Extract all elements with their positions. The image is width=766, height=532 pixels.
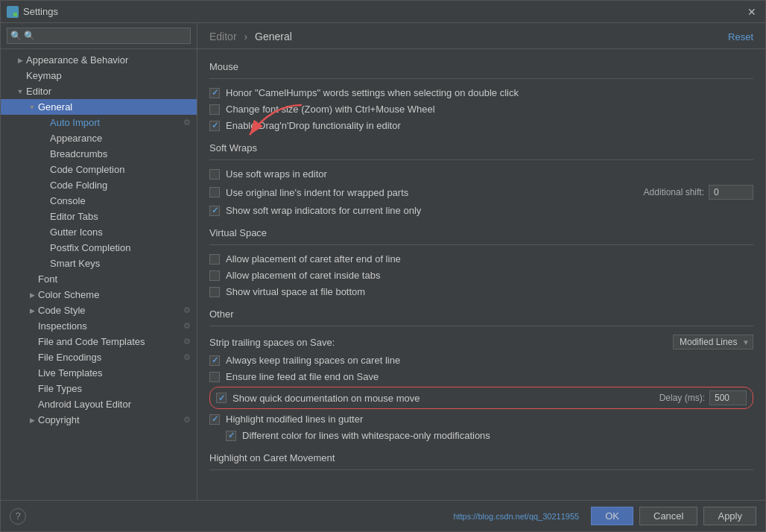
strip-trailing-row: Strip trailing spaces on Save: Modified …	[209, 334, 753, 350]
sidebar-item-appearance[interactable]: Appearance	[1, 130, 197, 146]
sidebar-item-smart-keys[interactable]: Smart Keys	[1, 256, 197, 271]
option-always-keep-trailing: Always keep trailing spaces on caret lin…	[209, 354, 753, 367]
additional-shift-input[interactable]	[709, 185, 753, 200]
main-content: 🔍 ▶ Appearance & Behavior Keymap ▼	[1, 23, 765, 500]
right-panel: Editor › General Reset Mouse Honor "Came…	[197, 23, 765, 500]
option-label: Allow placement of caret after end of li…	[226, 253, 401, 265]
expand-icon	[28, 400, 37, 409]
url-display: https://blog.csdn.net/qq_30211955	[453, 512, 579, 521]
svg-rect-2	[8, 13, 12, 16]
checkbox-use-original-indent[interactable]	[209, 187, 220, 197]
sidebar-item-copyright[interactable]: ▶ Copyright ⚙	[1, 412, 197, 428]
option-label: Use original line's indent for wrapped p…	[226, 187, 408, 198]
svg-rect-1	[13, 7, 17, 11]
expand-icon	[28, 353, 37, 362]
additional-shift-label: Additional shift:	[644, 187, 704, 197]
sidebar-item-label: Android Layout Editor	[38, 399, 131, 410]
dropdown-container: Modified Lines All None ▼	[673, 335, 753, 349]
sidebar-item-label: Gutter Icons	[50, 227, 103, 238]
option-different-color-whitespace: Different color for lines with whitespac…	[209, 429, 753, 442]
checkbox-highlight-modified-lines[interactable]	[209, 414, 220, 425]
checkbox-allow-caret-after-end[interactable]	[209, 254, 220, 265]
left-panel: 🔍 ▶ Appearance & Behavior Keymap ▼	[1, 23, 197, 500]
sidebar-item-general[interactable]: ▼ General	[1, 99, 197, 115]
expand-icon: ▼	[28, 103, 37, 112]
section-title-virtual-space: Virtual Space	[209, 227, 753, 238]
sidebar-item-label: Live Templates	[38, 367, 102, 379]
sidebar-item-android-layout-editor[interactable]: Android Layout Editor	[1, 396, 197, 412]
delay-input[interactable]	[709, 390, 747, 405]
sidebar-item-label: Copyright	[38, 414, 80, 425]
checkbox-show-virtual-space-bottom[interactable]	[209, 287, 220, 297]
expand-icon: ▶	[16, 56, 25, 65]
search-input[interactable]	[7, 28, 191, 44]
sidebar-item-appearance-behavior[interactable]: ▶ Appearance & Behavior	[1, 52, 197, 68]
checkbox-different-color-whitespace[interactable]	[226, 431, 236, 441]
sidebar-item-live-templates[interactable]: Live Templates	[1, 365, 197, 381]
checkbox-show-soft-wrap-indicators[interactable]	[209, 206, 220, 216]
sidebar-item-keymap[interactable]: Keymap	[1, 68, 197, 83]
settings-icon: ⚙	[183, 321, 191, 331]
expand-icon	[28, 275, 37, 284]
sidebar-item-color-scheme[interactable]: ▶ Color Scheme	[1, 287, 197, 303]
checkbox-ensure-line-feed[interactable]	[209, 372, 220, 382]
right-header: Editor › General Reset	[197, 23, 765, 49]
section-title-mouse: Mouse	[209, 61, 753, 72]
option-drag-drop: Enable Drag'n'Drop functionality in edit…	[209, 119, 753, 132]
sidebar-item-gutter-icons[interactable]: Gutter Icons	[1, 224, 197, 240]
expand-icon	[39, 212, 48, 221]
apply-button[interactable]: Apply	[703, 507, 756, 525]
option-allow-caret-inside-tabs: Allow placement of caret inside tabs	[209, 269, 753, 282]
reset-button[interactable]: Reset	[728, 31, 753, 42]
bottom-left: ?	[10, 508, 26, 525]
settings-icon: ⚙	[183, 415, 191, 425]
sidebar-item-console[interactable]: Console	[1, 193, 197, 209]
sidebar-item-file-encodings[interactable]: File Encodings ⚙	[1, 349, 197, 365]
checkbox-camel-humps[interactable]	[209, 88, 220, 98]
expand-icon	[39, 150, 48, 159]
sidebar-item-editor[interactable]: ▼ Editor	[1, 83, 197, 99]
settings-icon: ⚙	[183, 118, 191, 127]
ok-button[interactable]: OK	[591, 507, 633, 525]
sidebar-item-editor-tabs[interactable]: Editor Tabs	[1, 209, 197, 224]
sidebar-item-code-folding[interactable]: Code Folding	[1, 177, 197, 193]
sidebar-item-breadcrumbs[interactable]: Breadcrumbs	[1, 146, 197, 162]
help-button[interactable]: ?	[10, 508, 26, 525]
svg-rect-3	[13, 13, 17, 16]
sidebar-item-label: Console	[50, 195, 86, 206]
expand-icon	[39, 165, 48, 174]
checkbox-allow-caret-inside-tabs[interactable]	[209, 270, 220, 281]
sidebar-item-label: Code Style	[38, 305, 86, 316]
checkbox-drag-drop[interactable]	[209, 121, 220, 131]
option-use-soft-wraps: Use soft wraps in editor	[209, 168, 753, 180]
soft-wraps-section: Soft Wraps Use soft wraps in editor Use …	[209, 142, 753, 217]
app-icon	[7, 6, 19, 18]
option-label: Always keep trailing spaces on caret lin…	[226, 355, 400, 366]
checkbox-use-soft-wraps[interactable]	[209, 169, 220, 180]
strip-trailing-dropdown[interactable]: Modified Lines All None	[673, 335, 753, 349]
checkbox-always-keep-trailing[interactable]	[209, 355, 220, 366]
sidebar-item-auto-import[interactable]: Auto Import ⚙	[1, 115, 197, 130]
sidebar-item-postfix-completion[interactable]: Postfix Completion	[1, 240, 197, 256]
search-box: 🔍	[1, 23, 197, 49]
sidebar-item-font[interactable]: Font	[1, 271, 197, 287]
sidebar-item-label: Appearance	[50, 133, 102, 144]
sidebar-item-inspections[interactable]: Inspections ⚙	[1, 318, 197, 334]
option-label: Change font size (Zoom) with Ctrl+Mouse …	[226, 104, 435, 115]
right-panel-wrapper: Editor › General Reset Mouse Honor "Came…	[197, 23, 765, 500]
close-button[interactable]: ✕	[744, 4, 759, 19]
sidebar-item-code-completion[interactable]: Code Completion	[1, 162, 197, 177]
sidebar-item-code-style[interactable]: ▶ Code Style ⚙	[1, 303, 197, 318]
checkbox-show-quick-doc[interactable]	[216, 393, 227, 403]
expand-icon	[39, 197, 48, 206]
expand-icon	[28, 322, 37, 331]
expand-icon: ▶	[28, 291, 37, 300]
checkbox-change-font-size[interactable]	[209, 104, 220, 115]
sidebar-item-file-code-templates[interactable]: File and Code Templates ⚙	[1, 334, 197, 349]
option-label: Enable Drag'n'Drop functionality in edit…	[226, 120, 401, 131]
option-highlight-modified-lines: Highlight modified lines in gutter	[209, 413, 753, 425]
expand-icon	[39, 134, 48, 143]
sidebar-item-file-types[interactable]: File Types	[1, 381, 197, 396]
sidebar-item-label: General	[38, 101, 72, 113]
cancel-button[interactable]: Cancel	[639, 507, 697, 525]
